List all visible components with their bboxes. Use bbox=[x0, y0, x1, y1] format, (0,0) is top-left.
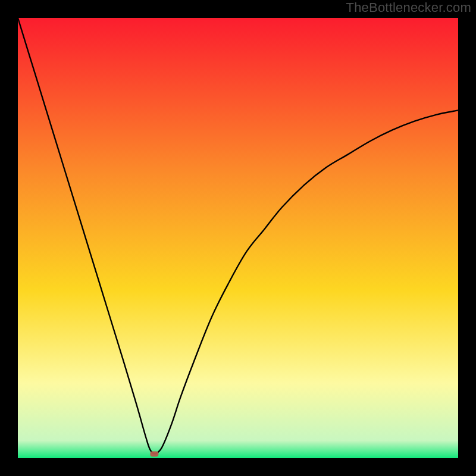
plot-area bbox=[18, 18, 458, 458]
chart-frame: TheBottlenecker.com bbox=[0, 0, 476, 476]
gradient-background bbox=[18, 18, 458, 458]
optimum-marker bbox=[150, 452, 158, 457]
chart-svg bbox=[18, 18, 458, 458]
watermark-text: TheBottlenecker.com bbox=[346, 0, 471, 15]
